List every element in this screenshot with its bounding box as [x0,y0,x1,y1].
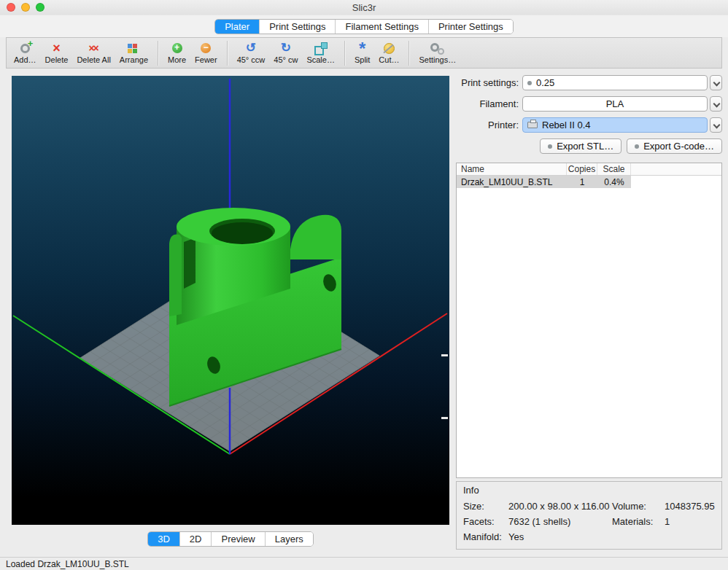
window-title: Slic3r [0,2,728,13]
column-header-name[interactable]: Name [457,163,567,175]
printer-value: Rebel II 0.4 [542,120,591,130]
object-filler-cell [631,176,721,188]
model-right-hump [290,215,341,259]
print-settings-combo[interactable]: 0.25 [522,75,708,90]
toolbar-scale-button[interactable]: Scale… [302,42,339,65]
filament-combo[interactable]: PLA [522,96,708,112]
3d-scene [12,76,449,525]
toolbar-fewer-label: Fewer [195,55,217,64]
close-button[interactable] [7,3,15,12]
toolbar-cut-label: Cut… [379,55,399,64]
toolbar-settings-label: Settings… [419,55,456,64]
print-settings-row: Print settings: 0.25 [456,75,722,90]
side-panel: Print settings: 0.25 Filament: PLA Print… [456,75,722,550]
toolbar-separator [227,41,228,66]
toolbar-delete-button[interactable]: Delete [41,42,73,65]
toolbar-wrap: Add…DeleteDelete AllArrangeMoreFewer45° … [0,37,728,70]
rotate-ccw-icon [244,42,258,55]
gear-icon [548,144,552,149]
print-settings-label: Print settings: [456,77,519,88]
view-tab-2d[interactable]: 2D [179,532,212,546]
main-content: 3D2DPreviewLayers Print settings: 0.25 F… [0,70,728,558]
info-materials-value: 1 [665,516,715,527]
toolbar-add-button[interactable]: Add… [9,42,41,65]
view-tab-layers[interactable]: Layers [265,532,313,546]
toolbar-delete-all-button[interactable]: Delete All [72,42,115,65]
info-size-label: Size: [463,501,508,512]
column-header-filler [631,163,721,175]
info-facets-value: 7632 (1 shells) [508,516,612,527]
column-header-copies[interactable]: Copies [567,163,597,175]
toolbar-cut-button[interactable]: Cut… [374,42,403,65]
main-tab-group: PlaterPrint SettingsFilament SettingsPri… [214,19,514,34]
rotate-cw-icon [279,42,293,55]
filament-dropdown-button[interactable] [710,96,722,112]
info-size-value: 200.00 x 98.00 x 116.00 [508,501,612,512]
printer-combo[interactable]: Rebel II 0.4 [522,117,708,133]
print-settings-value: 0.25 [536,77,554,88]
model-clamp-slot [184,238,195,289]
status-bar: Loaded Drzak_LM10UU_B.STL [0,557,728,570]
toolbar-arrange-button[interactable]: Arrange [115,42,152,65]
settings-icon [430,42,445,55]
gear-icon [635,144,639,149]
toolbar-arrange-label: Arrange [120,55,148,64]
export-buttons-row: Export STL… Export G-code… [456,138,722,154]
info-grid: Size: 200.00 x 98.00 x 116.00 Volume: 10… [463,501,715,542]
export-gcode-button[interactable]: Export G-code… [627,138,722,154]
filament-row: Filament: PLA [456,96,722,112]
filament-label: Filament: [456,98,519,109]
toolbar-more-button[interactable]: More [163,42,190,65]
printer-dropdown-button[interactable] [710,117,722,133]
view-tab-group: 3D2DPreviewLayers [147,531,314,547]
toolbar-rotate-ccw-button[interactable]: 45° ccw [233,42,270,65]
object-scale-cell: 0.4% [597,176,631,188]
toolbar-separator [158,41,158,66]
object-row[interactable]: Drzak_LM10UU_B.STL10.4% [457,176,721,188]
toolbar-rotate-cw-label: 45° cw [274,55,298,64]
info-volume-label: Volume: [612,501,665,512]
scale-icon [314,42,328,55]
minimize-button[interactable] [21,3,30,12]
toolbar: Add…DeleteDelete AllArrangeMoreFewer45° … [6,37,722,69]
viewport-marker [441,354,448,356]
export-gcode-label: Export G-code… [643,141,714,152]
column-header-scale[interactable]: Scale [597,163,631,175]
toolbar-delete-all-label: Delete All [77,55,110,64]
delete-all-icon [87,42,101,55]
object-table-body: Drzak_LM10UU_B.STL10.4% [457,176,721,188]
export-stl-button[interactable]: Export STL… [540,138,621,154]
arrange-icon [126,42,141,55]
toolbar-rotate-cw-button[interactable]: 45° cw [269,42,302,65]
zoom-button[interactable] [36,3,44,12]
more-icon [170,42,185,55]
toolbar-settings-button[interactable]: Settings… [414,42,460,65]
traffic-lights [7,3,44,12]
viewport-marker [441,417,448,419]
add-icon [18,42,32,55]
object-table: NameCopiesScale Drzak_LM10UU_B.STL10.4% [456,163,722,478]
tab-print-settings[interactable]: Print Settings [259,20,335,34]
object-table-header: NameCopiesScale [457,163,721,176]
tab-printer-settings[interactable]: Printer Settings [428,20,513,34]
tab-filament-settings[interactable]: Filament Settings [335,20,427,34]
model-bore [212,222,273,244]
tab-plater[interactable]: Plater [215,20,259,34]
object-copies-cell: 1 [567,176,597,188]
3d-viewport[interactable] [12,76,449,525]
info-facets-label: Facets: [463,516,508,527]
printer-icon [527,122,538,128]
view-tab-3d[interactable]: 3D [148,532,179,546]
info-title: Info [463,485,715,496]
view-tab-preview[interactable]: Preview [211,532,264,546]
toolbar-fewer-button[interactable]: Fewer [190,42,222,65]
model-left-wing [169,235,182,316]
gear-icon [527,81,532,85]
toolbar-add-label: Add… [14,55,36,64]
print-settings-dropdown-button[interactable] [710,75,722,90]
split-icon [355,42,370,55]
status-text: Loaded Drzak_LM10UU_B.STL [6,559,129,569]
toolbar-split-button[interactable]: Split [350,42,374,65]
toolbar-separator [344,41,345,66]
cut-icon [382,42,396,55]
